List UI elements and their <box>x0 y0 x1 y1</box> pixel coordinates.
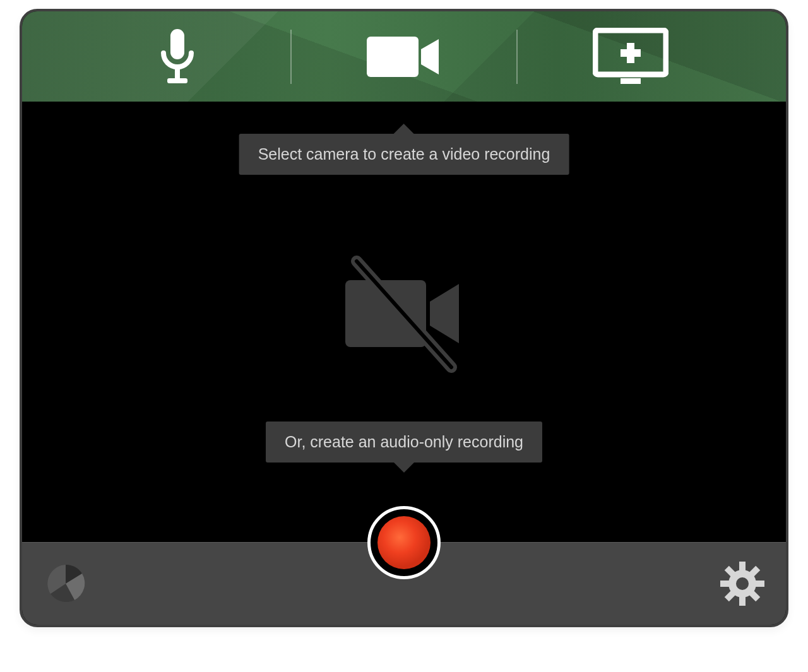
gear-icon <box>720 562 764 608</box>
microphone-icon <box>160 29 195 85</box>
add-screen-icon <box>593 28 668 86</box>
svg-rect-5 <box>621 78 641 84</box>
video-camera-off-icon <box>331 252 477 379</box>
svg-rect-1 <box>175 67 180 78</box>
tooltip-audio-only: Or, create an audio-only recording <box>266 421 542 463</box>
app-logo-button[interactable] <box>39 558 93 612</box>
record-button[interactable] <box>367 506 441 579</box>
svg-point-20 <box>736 577 749 590</box>
svg-rect-3 <box>367 37 419 77</box>
tab-audio[interactable] <box>65 11 290 102</box>
settings-button[interactable] <box>715 558 769 612</box>
video-camera-icon <box>367 34 441 80</box>
tooltip-select-camera: Select camera to create a video recordin… <box>239 134 569 175</box>
svg-rect-7 <box>621 49 641 57</box>
recorder-window: Select camera to create a video recordin… <box>20 9 788 627</box>
mode-toolbar <box>22 11 786 102</box>
svg-rect-0 <box>170 29 184 59</box>
svg-rect-14 <box>720 581 730 587</box>
tab-video[interactable] <box>292 11 517 102</box>
svg-rect-13 <box>739 596 746 606</box>
tab-screen[interactable] <box>518 11 743 102</box>
panopto-logo-icon <box>43 561 88 609</box>
svg-rect-12 <box>739 562 746 572</box>
svg-rect-15 <box>754 581 764 587</box>
svg-rect-2 <box>167 78 187 83</box>
